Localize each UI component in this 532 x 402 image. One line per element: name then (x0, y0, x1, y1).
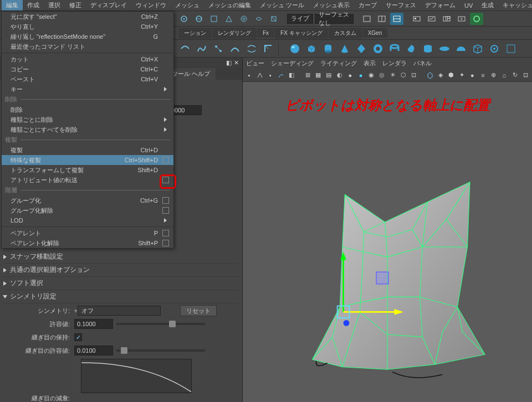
sec-symmetry[interactable]: シンメトリ設定 (3, 290, 239, 303)
vpi-17[interactable] (426, 71, 434, 80)
shelf-cloth[interactable] (421, 42, 434, 55)
menu-mesh-edit[interactable]: メッシュの編集 (204, 0, 255, 11)
shelf-cube[interactable] (305, 42, 318, 55)
shelf-ic-1[interactable] (178, 42, 192, 55)
shelf-ic-3[interactable] (212, 42, 225, 55)
rend1-icon[interactable] (410, 13, 423, 25)
menu-mesh[interactable]: メッシュ (171, 0, 204, 11)
menu-display[interactable]: ディスプレイ (86, 0, 131, 11)
snap4-icon[interactable] (222, 13, 236, 25)
shelf-cone[interactable] (338, 42, 351, 55)
cg2-icon[interactable] (375, 13, 388, 25)
vpi-3[interactable]: ▪ (266, 71, 274, 80)
panel-close-icon[interactable]: ✕ (234, 59, 239, 66)
shelf-box2[interactable] (471, 42, 484, 55)
vpi-5[interactable]: ◧ (288, 71, 296, 80)
vpi-12[interactable]: ◉ (367, 71, 376, 80)
menu-deform[interactable]: デフォーム (421, 0, 460, 11)
vpi-15[interactable]: ⬡ (399, 71, 407, 80)
snap3-icon[interactable] (207, 13, 221, 25)
menu-window[interactable]: ウィンドウ (131, 0, 171, 11)
live-dropdown[interactable]: ライブ (287, 14, 313, 24)
edit-item-繰り返し "reflectionSetMode none"[interactable]: 繰り返し "reflectionSetMode none"G (2, 32, 173, 42)
edit-item-特殊な複製[interactable]: 特殊な複製Ctrl+Shift+D (2, 155, 173, 165)
surf-dropdown[interactable]: サーフェスなし (315, 14, 354, 24)
edit-item-LOD[interactable]: LOD (2, 215, 173, 225)
shelf-diamond[interactable] (355, 42, 368, 55)
shelf-torus[interactable] (371, 42, 385, 55)
viewport-menubar[interactable]: ビュー シェーディング ライティング 表示 レンダラ パネル (243, 58, 532, 69)
shelf-tab-4[interactable]: カスタム (329, 28, 362, 39)
shelf-tab-0[interactable]: ーション (178, 28, 212, 39)
vpi-11[interactable]: ● (356, 71, 365, 80)
vpi-16[interactable]: ⊡ (410, 71, 418, 80)
vp-menu-panel[interactable]: パネル (413, 59, 432, 68)
edit-item-コピー[interactable]: コピーCtrl+C (2, 64, 173, 74)
vpi-20[interactable]: ✦ (458, 71, 466, 80)
edit-item-カット[interactable]: カットCtrl+X (2, 54, 173, 64)
shelf-ic-6[interactable] (262, 42, 275, 55)
rend3-icon[interactable]: IPR (440, 13, 453, 25)
shelf-gear[interactable] (488, 42, 501, 55)
snap7-icon[interactable] (267, 13, 280, 25)
shelf-ic-5[interactable] (245, 42, 258, 55)
shelf-tab-1[interactable]: レンダリング (212, 28, 257, 39)
edit-item-種類ごとにすべてを削除[interactable]: 種類ごとにすべてを削除 (2, 125, 173, 135)
menu-uv[interactable]: UV (460, 1, 477, 10)
vp-menu-disp[interactable]: 表示 (364, 59, 376, 68)
main-menubar[interactable]: 編集 作成 選択 修正 ディスプレイ ウィンドウ メッシュ メッシュの編集 メッ… (0, 0, 532, 11)
menu-cache[interactable]: キャッシュ (498, 0, 532, 11)
vpi-19[interactable]: ⬢ (447, 71, 455, 80)
option-box-icon[interactable] (162, 177, 169, 183)
vpi-8[interactable]: ▤ (325, 71, 333, 80)
vpi-13[interactable]: ◎ (378, 71, 386, 80)
option-box-icon[interactable] (162, 230, 169, 236)
vpi-1[interactable]: ▪ (245, 71, 253, 80)
menu-select[interactable]: 選択 (44, 0, 65, 11)
shelf-tab-5[interactable]: XGen (362, 28, 388, 38)
vpi-22[interactable]: ≡ (479, 71, 487, 80)
rend4-icon[interactable] (455, 13, 468, 25)
edit-item-複製[interactable]: 複製Ctrl+D (2, 145, 173, 155)
edit-item-キー[interactable]: キー (2, 84, 173, 94)
rend2-icon[interactable] (425, 13, 438, 25)
edit-item-削除[interactable]: 削除 (2, 105, 173, 115)
edit-item-ペアレント化解除[interactable]: ペアレント化解除Shift+P (2, 238, 173, 248)
cg3-icon[interactable] (390, 13, 403, 25)
option-box-icon[interactable] (162, 197, 169, 204)
menu-curve[interactable]: カーブ (354, 0, 381, 11)
edit-item-最近使ったコマンド リスト[interactable]: 最近使ったコマンド リスト (2, 42, 173, 51)
edit-item-アトリビュート値の転送[interactable]: アトリビュート値の転送 (2, 175, 173, 185)
shelf-ic-4[interactable] (228, 42, 242, 55)
edit-item-元に戻す "select"[interactable]: 元に戻す "select"Ctrl+Z (2, 12, 173, 22)
shelf-dome[interactable] (454, 42, 468, 55)
edit-item-ペアレント[interactable]: ペアレントP (2, 228, 173, 238)
menu-mesh-tool[interactable]: メッシュ ツール (255, 0, 309, 11)
edit-menu-dropdown[interactable]: 元に戻す "select"Ctrl+Zやり直しCtrl+Y繰り返し "refle… (1, 11, 174, 249)
shelf-tab-3[interactable]: FX キャッシング (275, 28, 328, 39)
shelf-ic-2[interactable] (195, 42, 208, 55)
snap2-icon[interactable] (192, 13, 206, 25)
option-box-icon[interactable] (162, 157, 169, 163)
reset-button[interactable]: リセット (180, 305, 217, 316)
falloff-curve[interactable] (81, 359, 192, 393)
edit-item-グループ化[interactable]: グループ化Ctrl+G (2, 195, 173, 205)
vpi-10[interactable]: ● (346, 71, 354, 80)
vpi-25[interactable]: ↻ (511, 71, 519, 80)
cg1-icon[interactable] (360, 13, 374, 25)
viewport-iconbar[interactable]: ▪ ▪ ◧ ⊞ ▦ ▤ ◐ ● ● ◉ ◎ ☀ ⬡ ⊡ ◈ ⬢ ✦ ● ≡ ⊕ … (243, 69, 532, 82)
vpi-6[interactable]: ⊞ (304, 71, 312, 80)
edit-item-ペースト[interactable]: ペーストCtrl+V (2, 74, 173, 84)
vpi-26[interactable]: ⊡ (521, 71, 530, 80)
option-box-icon[interactable] (162, 207, 169, 214)
vpi-9[interactable]: ◐ (335, 71, 344, 80)
vp-menu-shade[interactable]: シェーディング (271, 59, 314, 68)
edit-item-グループ化解除[interactable]: グループ化解除 (2, 205, 173, 215)
menu-mesh-display[interactable]: メッシュ表示 (309, 0, 354, 11)
menu-create[interactable]: 作成 (23, 0, 44, 11)
shelf-sphere[interactable] (288, 42, 301, 55)
vpi-18[interactable]: ◈ (436, 71, 444, 80)
vpi-7[interactable]: ▦ (314, 71, 323, 80)
edit-item-トランスフォームして複製[interactable]: トランスフォームして複製Shift+D (2, 165, 173, 175)
menu-modify[interactable]: 修正 (65, 0, 86, 11)
